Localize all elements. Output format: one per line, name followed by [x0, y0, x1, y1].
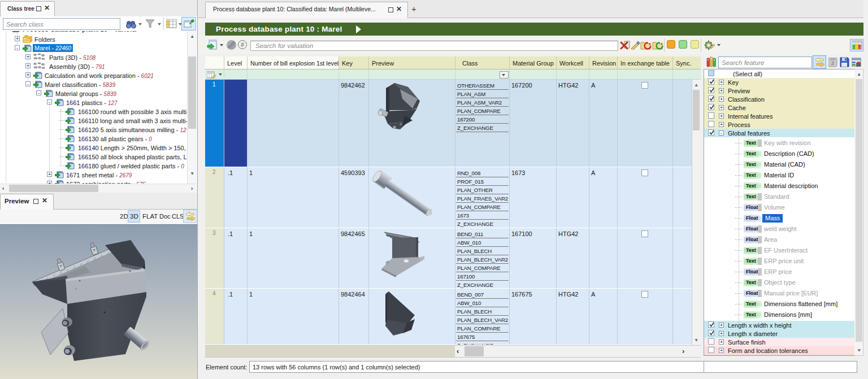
svg-text:2: 2 [831, 60, 834, 66]
